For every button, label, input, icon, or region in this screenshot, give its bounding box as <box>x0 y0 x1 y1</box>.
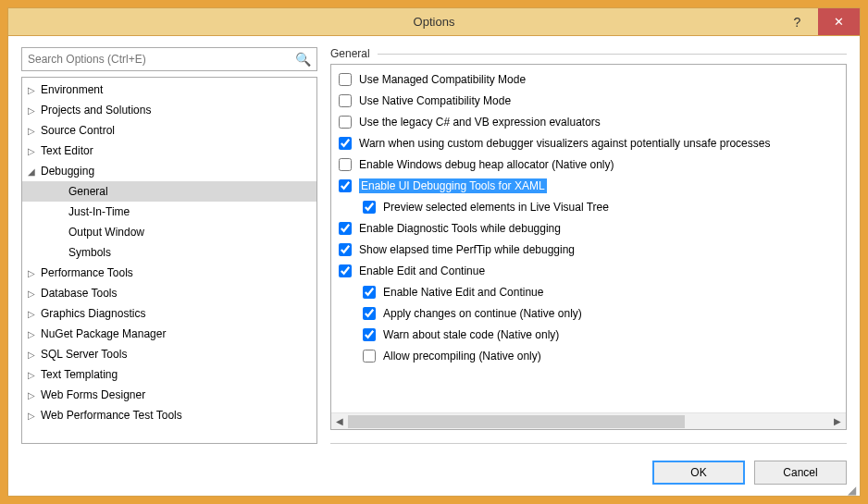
search-box[interactable]: 🔍 <box>21 47 317 71</box>
tree-item-label: Environment <box>41 83 103 96</box>
option-row[interactable]: Enable Native Edit and Continue <box>331 281 846 302</box>
option-row[interactable]: Apply changes on continue (Native only) <box>331 302 846 324</box>
tree-item[interactable]: ▷Graphics Diagnostics <box>22 303 316 324</box>
dialog-buttons: OK Cancel <box>8 449 860 496</box>
section-title: General <box>330 47 370 60</box>
tree-item[interactable]: ▷Text Editor <box>22 141 316 161</box>
option-label: Enable Native Edit and Continue <box>383 286 543 299</box>
option-checkbox[interactable] <box>339 179 352 192</box>
option-row[interactable]: Enable UI Debugging Tools for XAML <box>331 175 846 196</box>
option-label: Preview selected elements in Live Visual… <box>383 201 609 214</box>
button-separator <box>330 443 847 444</box>
option-label: Show elapsed time PerfTip while debuggin… <box>359 243 575 256</box>
close-button[interactable]: ✕ <box>818 8 860 35</box>
tree-item[interactable]: ▷Web Forms Designer <box>22 385 316 405</box>
horizontal-scrollbar[interactable]: ◀ ▶ <box>331 412 846 429</box>
option-row[interactable]: Preview selected elements in Live Visual… <box>331 196 846 217</box>
ok-button[interactable]: OK <box>652 461 745 485</box>
options-dialog: Options ? ✕ 🔍 ▷Environment▷Projects and … <box>7 7 861 497</box>
search-input[interactable] <box>28 53 295 66</box>
collapsed-icon: ▷ <box>28 105 41 116</box>
tree-item[interactable]: ▷Performance Tools <box>22 263 316 283</box>
option-label: Enable UI Debugging Tools for XAML <box>359 178 547 193</box>
scroll-right-icon[interactable]: ▶ <box>829 416 846 426</box>
right-pane: General Use Managed Compatibility ModeUs… <box>330 47 847 444</box>
option-label: Use Native Compatibility Mode <box>359 94 511 107</box>
collapsed-icon: ▷ <box>28 309 41 319</box>
option-checkbox[interactable] <box>339 243 352 256</box>
tree-item[interactable]: ▷Projects and Solutions <box>22 100 316 120</box>
option-row[interactable]: Enable Diagnostic Tools while debugging <box>331 217 846 239</box>
section-divider <box>378 54 847 55</box>
tree-item[interactable]: ▷Database Tools <box>22 283 316 303</box>
options-list[interactable]: Use Managed Compatibility ModeUse Native… <box>331 65 846 412</box>
option-row[interactable]: Enable Edit and Continue <box>331 260 846 281</box>
window-title: Options <box>8 15 860 29</box>
category-tree[interactable]: ▷Environment▷Projects and Solutions▷Sour… <box>21 77 317 444</box>
option-row[interactable]: Warn when using custom debugger visualiz… <box>331 132 846 154</box>
tree-item[interactable]: ▷NuGet Package Manager <box>22 324 316 344</box>
option-checkbox[interactable] <box>339 94 352 107</box>
option-row[interactable]: Show elapsed time PerfTip while debuggin… <box>331 239 846 260</box>
tree-item-label: Projects and Solutions <box>41 104 151 117</box>
tree-item[interactable]: ▷Web Performance Test Tools <box>22 405 316 425</box>
collapsed-icon: ▷ <box>28 350 41 360</box>
option-label: Use Managed Compatibility Mode <box>359 73 526 86</box>
tree-item[interactable]: Just-In-Time <box>22 202 316 222</box>
scroll-track[interactable] <box>348 413 829 429</box>
option-checkbox[interactable] <box>339 116 352 129</box>
tree-item-label: Web Performance Test Tools <box>41 409 182 422</box>
tree-item-label: Text Templating <box>41 368 118 381</box>
option-row[interactable]: Warn about stale code (Native only) <box>331 324 846 345</box>
option-row[interactable]: Use the legacy C# and VB expression eval… <box>331 111 846 132</box>
tree-item-label: Database Tools <box>41 287 118 300</box>
tree-item-label: General <box>68 185 108 198</box>
tree-item-label: Performance Tools <box>41 266 133 279</box>
option-label: Enable Edit and Continue <box>359 264 485 277</box>
tree-item[interactable]: Symbols <box>22 242 316 263</box>
tree-item[interactable]: ▷Source Control <box>22 120 316 141</box>
tree-item-label: Just-In-Time <box>68 205 130 218</box>
option-label: Enable Windows debug heap allocator (Nat… <box>359 158 614 171</box>
option-label: Enable Diagnostic Tools while debugging <box>359 222 561 235</box>
tree-item[interactable]: ▷SQL Server Tools <box>22 344 316 364</box>
collapsed-icon: ▷ <box>28 85 41 95</box>
options-panel: Use Managed Compatibility ModeUse Native… <box>330 64 847 430</box>
collapsed-icon: ▷ <box>28 126 41 136</box>
scroll-thumb[interactable] <box>348 415 685 428</box>
option-checkbox[interactable] <box>363 328 376 341</box>
left-pane: 🔍 ▷Environment▷Projects and Solutions▷So… <box>21 47 317 444</box>
option-checkbox[interactable] <box>363 307 376 320</box>
collapsed-icon: ▷ <box>28 329 41 339</box>
tree-item[interactable]: ▷Environment <box>22 80 316 100</box>
tree-item[interactable]: General <box>22 181 316 202</box>
option-checkbox[interactable] <box>339 158 352 171</box>
option-checkbox[interactable] <box>339 222 352 235</box>
collapsed-icon: ▷ <box>28 146 41 156</box>
scroll-left-icon[interactable]: ◀ <box>331 416 348 426</box>
option-checkbox[interactable] <box>339 264 352 277</box>
option-label: Warn about stale code (Native only) <box>383 328 559 341</box>
option-row[interactable]: Enable Windows debug heap allocator (Nat… <box>331 154 846 175</box>
cancel-button[interactable]: Cancel <box>754 461 847 485</box>
tree-item-label: Web Forms Designer <box>41 388 145 401</box>
expanded-icon: ◢ <box>28 166 41 177</box>
tree-item[interactable]: Output Window <box>22 222 316 242</box>
tree-item[interactable]: ◢Debugging <box>22 161 316 181</box>
option-checkbox[interactable] <box>339 73 352 86</box>
option-checkbox[interactable] <box>363 350 376 363</box>
option-checkbox[interactable] <box>363 201 376 214</box>
option-row[interactable]: Use Managed Compatibility Mode <box>331 68 846 90</box>
option-checkbox[interactable] <box>339 137 352 150</box>
tree-item-label: Source Control <box>41 124 115 137</box>
tree-item-label: NuGet Package Manager <box>41 327 166 340</box>
option-checkbox[interactable] <box>363 286 376 299</box>
tree-item-label: Text Editor <box>41 144 93 157</box>
option-row[interactable]: Use Native Compatibility Mode <box>331 90 846 111</box>
tree-item-label: SQL Server Tools <box>41 348 127 361</box>
help-button[interactable]: ? <box>776 8 818 35</box>
option-row[interactable]: Allow precompiling (Native only) <box>331 345 846 366</box>
collapsed-icon: ▷ <box>28 268 41 278</box>
tree-item[interactable]: ▷Text Templating <box>22 364 316 385</box>
option-label: Allow precompiling (Native only) <box>383 350 541 363</box>
